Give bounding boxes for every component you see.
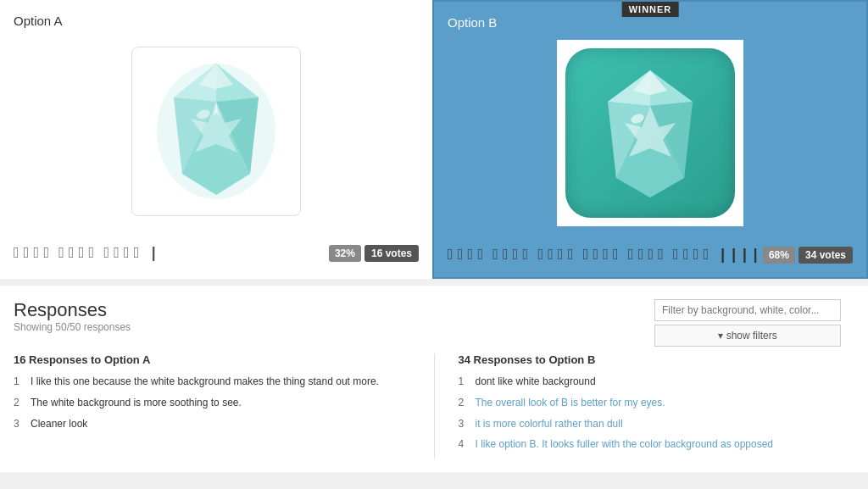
- column-divider: [434, 353, 435, 458]
- option-a-title: Option A: [14, 14, 419, 28]
- response-item: 4 I like option B. It looks fuller with …: [459, 437, 855, 452]
- option-a-vote-row: 𝍿𝍿𝍿𝍿𝍿𝍿𝍿𝍿𝍿𝍿𝍿𝍿| 32% 16 votes: [14, 238, 419, 262]
- show-filters-button[interactable]: ▾ show filters: [654, 325, 841, 347]
- response-num: 4: [459, 437, 469, 452]
- response-text: I like option B. It looks fuller with th…: [476, 437, 774, 452]
- response-item: 3 Cleaner look: [14, 417, 410, 431]
- option-a-votes: 16 votes: [364, 245, 419, 262]
- responses-columns: 16 Responses to Option A 1 I like this o…: [14, 353, 854, 458]
- response-text: it is more colorful rather than dull: [476, 417, 623, 431]
- response-text: I like this one because the white backgr…: [31, 375, 379, 389]
- response-item: 1 dont like white background: [459, 375, 855, 389]
- response-num: 2: [459, 396, 469, 410]
- response-item: 2 The overall look of B is better for my…: [459, 396, 855, 410]
- response-num: 3: [14, 417, 24, 431]
- response-item: 2 The white background is more soothing …: [14, 396, 410, 410]
- response-num: 1: [14, 375, 24, 389]
- response-list-a: 1 I like this one because the white back…: [14, 375, 410, 431]
- option-a-pct: 32%: [329, 245, 361, 262]
- option-a-image-container: [14, 38, 419, 225]
- responses-top: Responses Showing 50/50 responses ▾ show…: [14, 299, 854, 343]
- option-b-card: WINNER Option B: [432, 0, 868, 279]
- response-item: 3 it is more colorful rather than dull: [459, 417, 855, 431]
- option-b-votes: 34 votes: [798, 247, 853, 264]
- option-b-title: Option B: [448, 15, 853, 30]
- gem-icon-a: [148, 55, 284, 208]
- gem-icon-b: [587, 64, 714, 203]
- col-a-title: 16 Responses to Option A: [14, 353, 410, 366]
- option-b-pct: 68%: [763, 247, 795, 264]
- option-b-vote-badges: 68% 34 votes: [763, 247, 853, 264]
- responses-section: Responses Showing 50/50 responses ▾ show…: [0, 286, 868, 472]
- option-a-vote-badges: 32% 16 votes: [329, 245, 419, 262]
- gem-b-wrapper: [565, 48, 735, 218]
- response-text: The white background is more soothing to…: [31, 396, 242, 410]
- response-text: dont like white background: [476, 375, 596, 389]
- option-a-image-frame: [131, 47, 301, 216]
- option-b-image-frame: [557, 40, 743, 226]
- option-b-image-container: [448, 40, 853, 226]
- response-list-b: 1 dont like white background 2 The overa…: [459, 375, 855, 452]
- response-col-a: 16 Responses to Option A 1 I like this o…: [14, 353, 410, 458]
- winner-badge: WINNER: [622, 2, 679, 17]
- filter-input[interactable]: [654, 299, 841, 321]
- response-num: 2: [14, 396, 24, 410]
- response-num: 1: [459, 375, 469, 389]
- option-b-vote-row: 𝍿𝍿𝍿𝍿𝍿𝍿𝍿𝍿𝍿𝍿𝍿𝍿𝍿𝍿𝍿𝍿𝍿𝍿𝍿𝍿𝍿𝍿𝍿𝍿|||| 68% 34 vote…: [448, 240, 853, 264]
- option-b-tally: 𝍿𝍿𝍿𝍿𝍿𝍿𝍿𝍿𝍿𝍿𝍿𝍿𝍿𝍿𝍿𝍿𝍿𝍿𝍿𝍿𝍿𝍿𝍿𝍿||||: [448, 247, 762, 264]
- response-num: 3: [459, 417, 469, 431]
- option-a-tally: 𝍿𝍿𝍿𝍿𝍿𝍿𝍿𝍿𝍿𝍿𝍿𝍿|: [14, 245, 159, 262]
- filter-area: ▾ show filters: [654, 299, 841, 347]
- response-item: 1 I like this one because the white back…: [14, 375, 410, 389]
- col-b-title: 34 Responses to Option B: [459, 353, 855, 366]
- response-text: The overall look of B is better for my e…: [476, 396, 665, 410]
- response-text: Cleaner look: [31, 417, 87, 431]
- response-col-b: 34 Responses to Option B 1 dont like whi…: [459, 353, 855, 458]
- option-a-card: Option A: [0, 0, 432, 279]
